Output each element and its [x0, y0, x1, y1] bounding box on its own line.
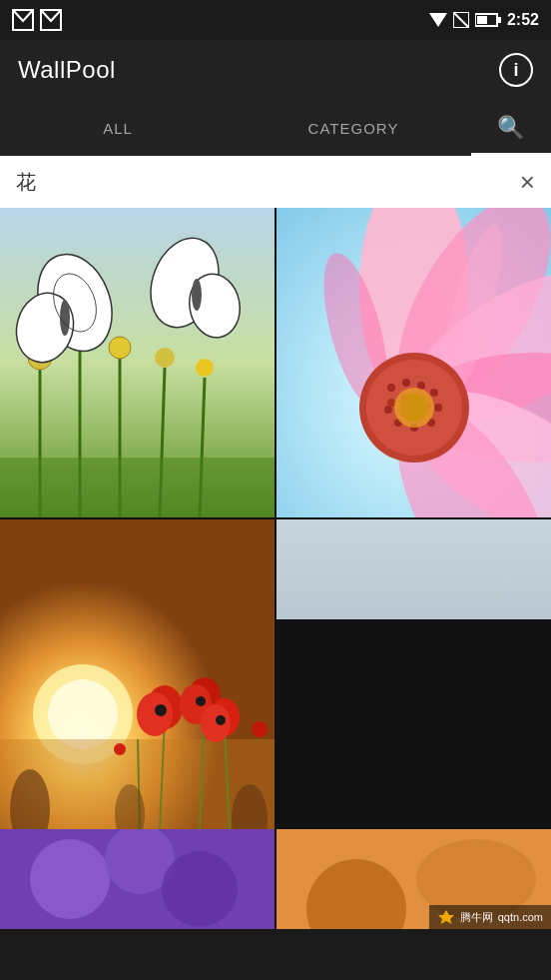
svg-rect-6 [497, 17, 501, 23]
image-grid [0, 208, 551, 829]
svg-point-52 [400, 394, 428, 422]
svg-point-111 [30, 839, 110, 919]
notification2-icon [40, 9, 62, 31]
search-bar: 花 × [0, 156, 551, 208]
image-purple-bouquet[interactable] [276, 519, 551, 619]
svg-point-16 [155, 348, 175, 368]
battery-icon [475, 13, 501, 27]
tab-category[interactable]: CATEGORY [236, 100, 471, 156]
svg-point-47 [387, 399, 395, 407]
svg-point-14 [109, 337, 131, 359]
search-tab-icon: 🔍 [497, 115, 525, 141]
image-pink-flower[interactable] [276, 208, 551, 517]
svg-rect-7 [477, 16, 487, 24]
status-bar: 2:52 [0, 0, 551, 40]
image-butterfly[interactable] [0, 208, 275, 517]
svg-marker-2 [429, 13, 447, 27]
svg-point-69 [216, 715, 226, 725]
svg-line-4 [453, 12, 469, 28]
pink-flower-artwork [276, 208, 551, 517]
tab-all[interactable]: ALL [0, 100, 236, 156]
poppy-artwork [0, 519, 275, 829]
svg-point-42 [434, 404, 442, 412]
svg-rect-26 [0, 458, 275, 517]
image-flower-bottom[interactable]: 腾牛网 qqtn.com [276, 829, 551, 929]
image-grid-container: 腾牛网 qqtn.com [0, 208, 551, 929]
svg-rect-75 [276, 519, 551, 619]
svg-point-71 [114, 743, 126, 755]
svg-point-46 [384, 406, 392, 414]
svg-point-38 [387, 384, 395, 392]
svg-point-113 [162, 851, 238, 927]
watermark: 腾牛网 qqtn.com [429, 905, 551, 929]
svg-point-68 [201, 704, 231, 742]
app-bar: WallPool i [0, 40, 551, 100]
purple-bottom-artwork [0, 829, 275, 929]
status-right-icons: 2:52 [429, 11, 539, 29]
image-poppy-field[interactable] [0, 519, 275, 829]
no-sim-icon [453, 12, 469, 28]
wifi-icon [429, 13, 447, 27]
watermark-brand: 腾牛网 [460, 910, 493, 925]
tab-search[interactable]: 🔍 [471, 100, 551, 156]
svg-point-25 [192, 279, 202, 311]
svg-point-18 [196, 359, 214, 377]
search-query[interactable]: 花 [16, 169, 510, 196]
butterfly-artwork [0, 208, 275, 517]
svg-point-63 [155, 704, 167, 716]
svg-point-41 [430, 389, 438, 397]
status-left-icons [12, 9, 62, 31]
svg-point-55 [48, 679, 118, 749]
svg-point-21 [60, 300, 70, 336]
purple-bouquet-artwork [276, 519, 551, 619]
bottom-row: 腾牛网 qqtn.com [0, 829, 551, 929]
app-title: WallPool [18, 56, 116, 84]
svg-point-39 [402, 379, 410, 387]
status-time: 2:52 [507, 11, 539, 29]
svg-point-62 [137, 692, 173, 736]
image-purple-bottom[interactable] [0, 829, 275, 929]
notification-icon [12, 9, 34, 31]
svg-point-70 [252, 721, 268, 737]
svg-point-66 [196, 696, 206, 706]
info-button[interactable]: i [499, 53, 533, 87]
search-clear-button[interactable]: × [520, 169, 535, 195]
tab-bar: ALL CATEGORY 🔍 [0, 100, 551, 156]
qqtn-logo-icon [437, 908, 455, 926]
watermark-site: qqtn.com [498, 911, 543, 923]
